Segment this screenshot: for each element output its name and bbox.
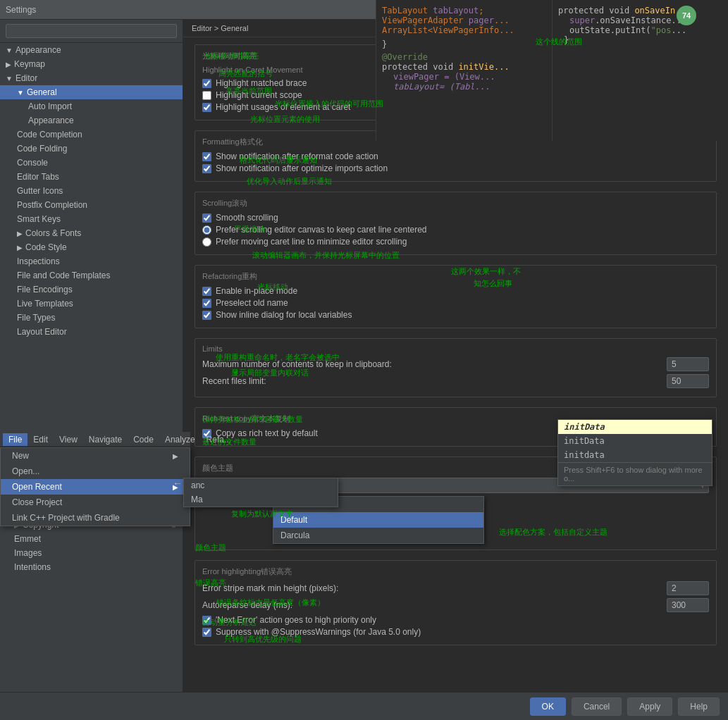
sidebar-item-inspections[interactable]: Inspections	[0, 254, 183, 268]
menu-item-file[interactable]: File	[3, 433, 27, 446]
cancel-button[interactable]: Cancel	[572, 697, 622, 716]
sidebar-item-file-code-templates[interactable]: File and Code Templates	[0, 268, 183, 283]
dropdown-item-new[interactable]: New ▶	[1, 448, 190, 464]
clipboard-input[interactable]	[667, 357, 709, 371]
sidebar-item-code-style[interactable]: ▶ Code Style	[0, 240, 183, 254]
menu-item-analyze[interactable]: Analyze	[159, 433, 201, 446]
sidebar-item-postfix-completion[interactable]: Postfix Completion	[0, 198, 183, 212]
dropdown-item-open[interactable]: Open...	[1, 464, 190, 479]
sidebar-item-code-completion[interactable]: Code Completion	[0, 128, 183, 142]
checkbox-suppress-warnings[interactable]: Suppress with @SuppressWarnings (for Jav…	[202, 627, 709, 637]
sidebar-label: Layout Editor	[17, 327, 67, 337]
dropdown-item-open-recent[interactable]: Open Recent ▶	[1, 479, 190, 495]
submenu-item-anc[interactable]: anc	[184, 478, 338, 492]
sidebar-item-general[interactable]: ▼ General	[0, 85, 183, 99]
dropdown-item-close-project[interactable]: Close Project	[1, 495, 190, 510]
checkbox-label: Show inline dialog for local variables	[216, 310, 352, 320]
ok-button[interactable]: OK	[530, 697, 566, 716]
stripe-input[interactable]	[667, 581, 709, 595]
checkbox-reformat-notification[interactable]: Show notification after reformat code ac…	[202, 151, 709, 161]
sidebar-item-file-encodings[interactable]: File Encodings	[0, 283, 183, 297]
checkbox-label: Highlight matched brace	[216, 78, 307, 88]
code-editor-right: protected void onSaveIn... super.onSaveI…	[552, 0, 728, 141]
autocomplete-item-2[interactable]: initdata	[558, 448, 712, 462]
checkbox-show-inline-dialog[interactable]: Show inline dialog for local variables	[202, 310, 709, 320]
clipboard-label: Maximum number of contents to keep in cl…	[202, 359, 667, 369]
section-scrolling: Scrolling滚动 Smooth scrolling Prefer scro…	[195, 192, 717, 255]
sidebar-item-gutter-icons[interactable]: Gutter Icons	[0, 184, 183, 198]
checkbox-inplace-mode[interactable]: Enable in-place mode	[202, 286, 709, 296]
expand-arrow: ▶	[6, 61, 11, 68]
expand-arrow: ▼	[6, 75, 13, 82]
recent-files-input[interactable]	[667, 374, 709, 388]
help-button[interactable]: Help	[678, 697, 720, 716]
checkbox-label: 'Next Error' action goes to high priorit…	[216, 615, 376, 625]
menu-item-refa[interactable]: Refa...	[201, 433, 237, 446]
radio-minimize-scrolling[interactable]: Prefer moving caret line to minimize edi…	[202, 237, 709, 247]
checkbox-label: Show notification after reformat code ac…	[216, 151, 378, 161]
sidebar-item-editor-tabs[interactable]: Editor Tabs	[0, 170, 183, 184]
sidebar-lower-images[interactable]: Images	[0, 546, 183, 560]
sidebar-item-keymap[interactable]: ▶ Keymap	[0, 57, 183, 71]
checkbox-next-error[interactable]: 'Next Error' action goes to high priorit…	[202, 615, 709, 625]
submenu-item-ma[interactable]: Ma	[184, 492, 338, 507]
sidebar-item-appearance2[interactable]: Appearance	[0, 113, 183, 128]
sidebar-label: Code Style	[25, 242, 67, 252]
checkbox-preselect-name[interactable]: Preselect old name	[202, 298, 709, 308]
autocomplete-popup: initData initData initdata Press Shift+F…	[557, 419, 712, 486]
recent-files-row: Recent files limit:	[202, 374, 709, 388]
menu-item-code[interactable]: Code	[128, 433, 159, 446]
checkbox-label: Smooth scrolling	[216, 213, 278, 223]
arrow-icon: ▶	[173, 452, 178, 460]
sidebar-item-code-folding[interactable]: Code Folding	[0, 142, 183, 156]
sidebar: ▼ Appearance ▶ Keymap ▼ Editor ▼ General…	[0, 20, 183, 692]
expand-arrow: ▼	[6, 46, 13, 54]
sidebar-label: Gutter Icons	[17, 186, 63, 196]
sidebar-item-colors-fonts[interactable]: ▶ Colors & Fonts	[0, 226, 183, 240]
search-input[interactable]	[6, 24, 177, 38]
section-limits: Limits Maximum number of contents to kee…	[195, 338, 717, 397]
menu-item-edit[interactable]: Edit	[27, 433, 54, 446]
section-title-scrolling: Scrolling滚动	[202, 198, 709, 209]
sidebar-item-appearance[interactable]: ▼ Appearance	[0, 43, 183, 57]
section-title-error: Error highlighting错误高亮	[202, 566, 709, 577]
recent-files-label: Recent files limit:	[202, 376, 667, 386]
checkbox-optimize-notification[interactable]: Show notification after optimize imports…	[202, 163, 709, 173]
stripe-row: Error stripe mark min height (pixels):	[202, 581, 709, 595]
menu-item-view[interactable]: View	[54, 433, 83, 446]
sidebar-label: General	[27, 87, 57, 97]
sidebar-item-file-types[interactable]: File Types	[0, 311, 183, 325]
sidebar-item-auto-import[interactable]: Auto Import	[0, 99, 183, 113]
sidebar-label: Code Folding	[17, 144, 67, 154]
sidebar-label: Colors & Fonts	[25, 228, 81, 238]
sidebar-item-console[interactable]: Console	[0, 156, 183, 170]
clipboard-row: Maximum number of contents to keep in cl…	[202, 357, 709, 371]
menu-item-navigate[interactable]: Navigate	[83, 433, 128, 446]
sidebar-lower-intentions[interactable]: Intentions	[0, 560, 183, 574]
autocomplete-hint: Press Shift+F6 to show dialog with more …	[558, 462, 712, 485]
sidebar-item-editor[interactable]: ▼ Editor	[0, 71, 183, 85]
scheme-option-default[interactable]: Default	[273, 512, 483, 528]
sidebar-item-layout-editor[interactable]: Layout Editor	[0, 325, 183, 339]
autocomplete-item-1[interactable]: initData	[558, 434, 712, 448]
sidebar-label: Editor	[16, 73, 37, 83]
bottom-bar: OK Cancel Apply Help	[0, 692, 728, 720]
sidebar-label: Code Completion	[17, 130, 82, 139]
section-title-refactoring: Refactoring重构	[202, 271, 709, 282]
sidebar-label: Live Templates	[17, 299, 73, 309]
stripe-label: Error stripe mark min height (pixels):	[202, 583, 667, 593]
sidebar-lower-emmet[interactable]: Emmet	[0, 532, 183, 546]
autocomplete-title: initData	[558, 420, 712, 434]
dropdown-item-link-cpp[interactable]: Link C++ Project with Gradle	[1, 510, 190, 526]
sidebar-label: Inspections	[17, 256, 60, 266]
sidebar-item-live-templates[interactable]: Live Templates	[0, 297, 183, 311]
expand-arrow: ▼	[17, 89, 24, 97]
sidebar-item-smart-keys[interactable]: Smart Keys	[0, 212, 183, 226]
checkbox-smooth-scrolling[interactable]: Smooth scrolling	[202, 213, 709, 223]
scheme-option-darcula[interactable]: Darcula	[273, 528, 483, 543]
sidebar-label: File and Code Templates	[17, 271, 111, 280]
radio-caret-centered[interactable]: Prefer scrolling editor canvas to keep c…	[202, 225, 709, 235]
file-dropdown: New ▶ Open... Open Recent ▶ Close Projec…	[0, 447, 190, 526]
apply-button[interactable]: Apply	[627, 697, 672, 716]
autoreparse-input[interactable]	[667, 598, 709, 612]
